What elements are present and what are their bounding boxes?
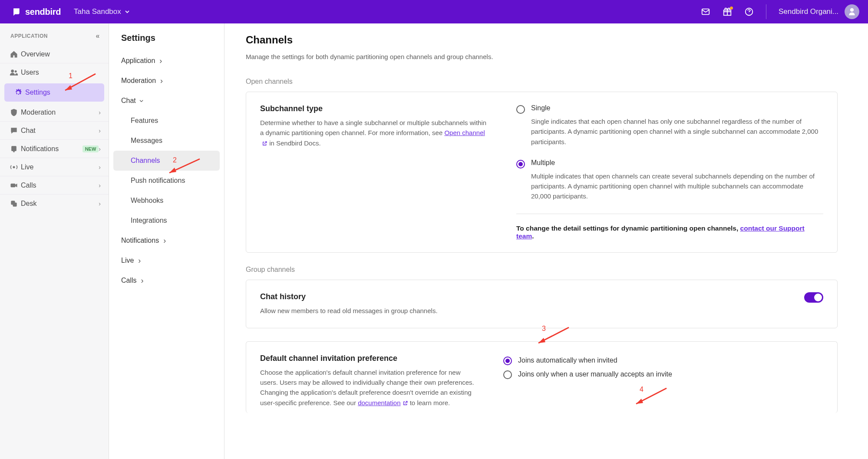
settings-sidebar: Settings Application Moderation Chat Fea… <box>109 23 224 459</box>
radio-single-label: Single <box>531 104 550 112</box>
settings-subnav-messages[interactable]: Messages <box>113 131 220 151</box>
page-title: Channels <box>246 34 838 46</box>
external-link-icon <box>262 139 267 149</box>
settings-sidebar-title: Settings <box>109 33 224 51</box>
invitation-doc-link[interactable]: documentation <box>358 399 408 406</box>
support-notice: To change the detail settings for dynami… <box>516 225 823 240</box>
bell-icon <box>10 145 18 153</box>
chevron-right-icon: › <box>99 145 101 152</box>
sidebar-item-calls[interactable]: Calls › <box>0 176 109 195</box>
radio-single[interactable] <box>516 105 525 114</box>
chevron-right-icon: › <box>99 109 101 116</box>
workspace-selector[interactable]: Taha Sandbox <box>74 7 130 16</box>
sidebar-item-moderation[interactable]: Moderation › <box>0 103 109 122</box>
sidebar-item-desk[interactable]: Desk › <box>0 195 109 213</box>
svg-point-7 <box>13 166 15 168</box>
page-description: Manage the settings for both dynamic par… <box>246 53 838 60</box>
chat-history-description: Allow new members to read old messages i… <box>260 306 490 316</box>
chat-icon <box>10 126 18 135</box>
users-icon <box>10 68 18 77</box>
settings-subnav-webhooks[interactable]: Webhooks <box>113 191 220 211</box>
brand-logo[interactable]: sendbird <box>11 7 61 17</box>
settings-nav-notifications[interactable]: Notifications <box>109 231 224 251</box>
svg-point-4 <box>15 70 17 73</box>
settings-nav-application[interactable]: Application <box>109 51 224 71</box>
settings-subnav-integrations[interactable]: Integrations <box>113 211 220 231</box>
subchannel-description: Determine whether to have a single subch… <box>260 118 490 149</box>
sidebar-item-label: Users <box>21 69 101 76</box>
org-name: Sendbird Organi... <box>779 7 838 16</box>
main-content: Channels Manage the settings for both dy… <box>224 23 868 459</box>
radio-single-description: Single indicates that each open channel … <box>531 116 823 147</box>
group-channels-section-label: Group channels <box>246 266 838 274</box>
gear-icon <box>14 88 23 97</box>
svg-rect-8 <box>11 183 16 187</box>
video-icon <box>10 181 18 190</box>
settings-subnav-features[interactable]: Features <box>113 111 220 131</box>
mail-icon[interactable] <box>701 7 710 17</box>
sidebar-item-label: Moderation <box>21 109 99 116</box>
chevron-right-icon: › <box>99 164 101 171</box>
sendbird-logo-icon <box>11 7 22 17</box>
sidebar-item-users[interactable]: Users <box>0 63 109 82</box>
settings-subnav-channels[interactable]: Channels <box>113 151 220 171</box>
collapse-sidebar-icon[interactable]: « <box>96 32 100 40</box>
chevron-right-icon: › <box>99 182 101 189</box>
sidebar-item-live[interactable]: Live › <box>0 158 109 176</box>
svg-rect-5 <box>11 146 17 151</box>
open-channels-section-label: Open channels <box>246 78 838 86</box>
sidebar-item-settings[interactable]: Settings <box>4 83 104 102</box>
settings-subnav-push[interactable]: Push notifications <box>113 171 220 191</box>
broadcast-icon <box>10 163 18 172</box>
user-avatar[interactable] <box>845 4 859 19</box>
radio-auto-join-label: Joins automatically when invited <box>518 357 617 364</box>
subchannel-type-card: Subchannel type Determine whether to hav… <box>246 92 838 253</box>
topbar: sendbird Taha Sandbox Sendbird Organi... <box>0 0 868 23</box>
sidebar-item-label: Overview <box>21 50 101 58</box>
desk-icon <box>10 199 18 208</box>
org-menu[interactable]: Sendbird Organi... <box>766 4 859 19</box>
brand-text: sendbird <box>25 7 61 17</box>
radio-multiple-description: Multiple indicates that open channels ca… <box>531 171 823 201</box>
chat-history-title: Chat history <box>260 292 490 301</box>
home-icon <box>10 50 18 59</box>
sidebar-item-label: Desk <box>21 200 99 208</box>
external-link-icon <box>403 399 408 409</box>
invitation-description: Choose the application's default channel… <box>260 367 477 409</box>
svg-rect-6 <box>13 151 14 152</box>
sidebar-item-overview[interactable]: Overview <box>0 45 109 63</box>
sidebar-item-label: Live <box>21 163 99 171</box>
svg-rect-10 <box>13 203 17 207</box>
sidebar-section-label: APPLICATION <box>10 33 48 39</box>
invitation-title: Default channel invitation preference <box>260 354 477 363</box>
settings-nav-chat[interactable]: Chat <box>109 91 224 111</box>
radio-manual-join[interactable] <box>503 370 512 379</box>
help-icon[interactable] <box>744 7 754 17</box>
radio-auto-join[interactable] <box>503 357 512 365</box>
radio-multiple[interactable] <box>516 160 525 168</box>
chat-history-card: Chat history Allow new members to read o… <box>246 280 838 328</box>
settings-nav-moderation[interactable]: Moderation <box>109 71 224 91</box>
invitation-preference-card: Default channel invitation preference Ch… <box>246 341 838 413</box>
sidebar-item-label: Chat <box>21 127 99 135</box>
sidebar-item-label: Settings <box>25 89 96 96</box>
new-badge: NEW <box>83 145 99 152</box>
notification-dot <box>730 7 733 10</box>
settings-nav-live[interactable]: Live <box>109 251 224 271</box>
workspace-name: Taha Sandbox <box>74 7 121 16</box>
radio-manual-join-label: Joins only when a user manually accepts … <box>518 370 672 378</box>
chevron-down-icon <box>125 9 130 14</box>
chevron-right-icon: › <box>99 127 101 134</box>
sidebar-item-notifications[interactable]: Notifications NEW › <box>0 140 109 158</box>
gift-icon[interactable] <box>723 7 732 17</box>
shield-icon <box>10 108 18 117</box>
subchannel-title: Subchannel type <box>260 104 490 113</box>
chat-history-toggle[interactable] <box>804 292 823 303</box>
primary-sidebar: APPLICATION « Overview Users Settings Mo… <box>0 23 109 459</box>
sidebar-item-chat[interactable]: Chat › <box>0 122 109 140</box>
settings-nav-calls[interactable]: Calls <box>109 271 224 291</box>
chevron-right-icon: › <box>99 200 101 207</box>
radio-multiple-label: Multiple <box>531 159 555 167</box>
svg-point-3 <box>11 69 14 73</box>
sidebar-item-label: Notifications <box>21 145 80 153</box>
